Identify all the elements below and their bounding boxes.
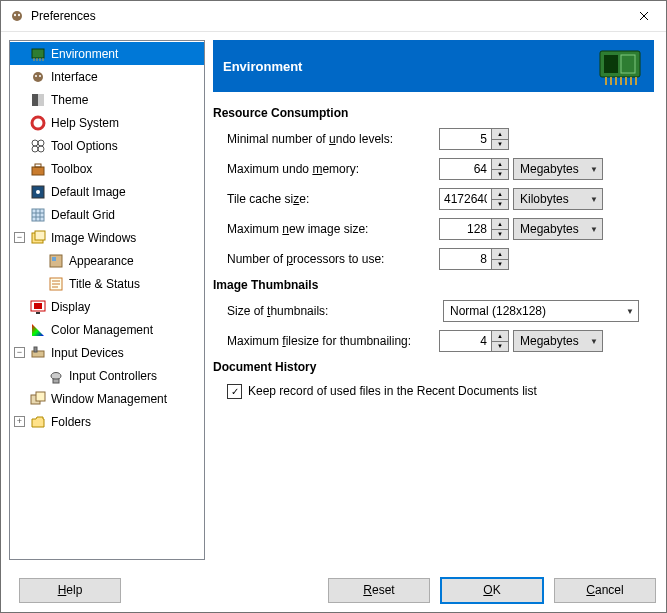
toolbox-icon (29, 160, 47, 178)
titlebar: Preferences (1, 1, 666, 32)
keep-record-label: Keep record of used files in the Recent … (248, 384, 537, 398)
tree-item-display[interactable]: Display (10, 295, 204, 318)
tree-item-image-windows[interactable]: −Image Windows (10, 226, 204, 249)
svg-point-9 (35, 75, 37, 77)
tree-item-default-grid[interactable]: Default Grid (10, 203, 204, 226)
thumbnail-filesize-input[interactable] (439, 330, 491, 352)
svg-rect-38 (53, 379, 59, 383)
svg-rect-27 (52, 257, 56, 261)
svg-point-14 (36, 121, 40, 125)
undo-levels-input[interactable] (439, 128, 491, 150)
tree-item-color-management[interactable]: Color Management (10, 318, 204, 341)
input-devices-icon (29, 344, 47, 362)
processors-input[interactable] (439, 248, 491, 270)
svg-point-22 (36, 190, 40, 194)
keep-record-checkbox[interactable]: ✓ (227, 384, 242, 399)
cancel-button[interactable]: Cancel (554, 578, 656, 603)
tree-item-label: Environment (51, 47, 118, 61)
spinner-buttons[interactable]: ▲▼ (491, 330, 509, 352)
tree-item-label: Input Devices (51, 346, 124, 360)
processors-spinner[interactable]: ▲▼ (439, 248, 509, 270)
thumbnail-filesize-label: Maximum filesize for thumbnailing: (227, 334, 439, 348)
tree-item-label: Image Windows (51, 231, 136, 245)
app-icon (9, 8, 25, 24)
tree-item-help-system[interactable]: Help System (10, 111, 204, 134)
tile-cache-unit-select[interactable]: Kilobytes▼ (513, 188, 603, 210)
panel-title: Environment (223, 59, 302, 74)
tree-item-label: Color Management (51, 323, 153, 337)
new-image-size-input[interactable] (439, 218, 491, 240)
tree-item-label: Interface (51, 70, 98, 84)
help-button[interactable]: Help (19, 578, 121, 603)
svg-rect-12 (38, 94, 44, 106)
new-image-size-spinner[interactable]: ▲▼ (439, 218, 509, 240)
spinner-buttons[interactable]: ▲▼ (491, 218, 509, 240)
dialog-body: EnvironmentInterfaceThemeHelp SystemTool… (1, 32, 666, 568)
new-image-size-unit-select[interactable]: Megabytes▼ (513, 218, 603, 240)
undo-memory-spinner[interactable]: ▲▼ (439, 158, 509, 180)
svg-point-0 (12, 11, 22, 21)
grid-icon (29, 206, 47, 224)
spinner-buttons[interactable]: ▲▼ (491, 248, 509, 270)
keep-record-checkbox-row[interactable]: ✓ Keep record of used files in the Recen… (213, 378, 654, 404)
undo-memory-input[interactable] (439, 158, 491, 180)
dialog-footer: Help Reset OK Cancel (1, 568, 666, 612)
tree-item-label: Default Grid (51, 208, 115, 222)
tree-item-environment[interactable]: Environment (10, 42, 204, 65)
svg-point-16 (38, 140, 44, 146)
close-button[interactable] (621, 1, 666, 31)
panel-banner: Environment (213, 40, 654, 92)
controllers-icon (47, 367, 65, 385)
tree-item-window-management[interactable]: Window Management (10, 387, 204, 410)
tree-item-theme[interactable]: Theme (10, 88, 204, 111)
undo-levels-spinner[interactable]: ▲▼ (439, 128, 509, 150)
svg-rect-33 (34, 303, 42, 309)
new-image-size-label: Maximum new image size: (227, 222, 439, 236)
tree-item-input-controllers[interactable]: Input Controllers (10, 364, 204, 387)
tree-item-label: Folders (51, 415, 91, 429)
section-image-thumbnails: Image Thumbnails (213, 278, 654, 292)
svg-rect-36 (34, 347, 37, 352)
tree-item-default-image[interactable]: Default Image (10, 180, 204, 203)
tree-item-toolbox[interactable]: Toolbox (10, 157, 204, 180)
section-resource-consumption: Resource Consumption (213, 106, 654, 120)
tree-item-folders[interactable]: +Folders (10, 410, 204, 433)
spinner-buttons[interactable]: ▲▼ (491, 158, 509, 180)
tree-item-tool-options[interactable]: Tool Options (10, 134, 204, 157)
undo-memory-label: Maximum undo memory: (227, 162, 439, 176)
spinner-buttons[interactable]: ▲▼ (491, 128, 509, 150)
tree-twisty[interactable]: − (14, 232, 25, 243)
svg-rect-40 (36, 392, 45, 401)
tree-item-input-devices[interactable]: −Input Devices (10, 341, 204, 364)
preferences-window: Preferences EnvironmentInterfaceThemeHel… (0, 0, 667, 613)
tree-item-appearance[interactable]: Appearance (10, 249, 204, 272)
svg-rect-42 (604, 55, 618, 73)
tree-item-label: Title & Status (69, 277, 140, 291)
thumbnail-filesize-unit-select[interactable]: Megabytes▼ (513, 330, 603, 352)
spinner-buttons[interactable]: ▲▼ (491, 188, 509, 210)
thumbnail-size-select[interactable]: Normal (128x128)▼ (443, 300, 639, 322)
tree-item-title-status[interactable]: Title & Status (10, 272, 204, 295)
tree-item-interface[interactable]: Interface (10, 65, 204, 88)
tree-twisty[interactable]: + (14, 416, 25, 427)
tile-cache-spinner[interactable]: ▲▼ (439, 188, 509, 210)
svg-rect-25 (35, 231, 45, 240)
svg-point-18 (38, 146, 44, 152)
svg-point-1 (14, 14, 16, 17)
tree-twisty[interactable]: − (14, 347, 25, 358)
folders-icon (29, 413, 47, 431)
processors-label: Number of processors to use: (227, 252, 439, 266)
title-status-icon (47, 275, 65, 293)
svg-rect-23 (32, 209, 44, 221)
thumbnail-filesize-spinner[interactable]: ▲▼ (439, 330, 509, 352)
tree-item-label: Toolbox (51, 162, 92, 176)
undo-memory-unit-select[interactable]: Megabytes▼ (513, 158, 603, 180)
tree-item-label: Window Management (51, 392, 167, 406)
category-tree[interactable]: EnvironmentInterfaceThemeHelp SystemTool… (9, 40, 205, 560)
reset-button[interactable]: Reset (328, 578, 430, 603)
image-windows-icon (29, 229, 47, 247)
ok-button[interactable]: OK (440, 577, 544, 604)
tile-cache-input[interactable] (439, 188, 491, 210)
default-image-icon (29, 183, 47, 201)
help-icon (29, 114, 47, 132)
